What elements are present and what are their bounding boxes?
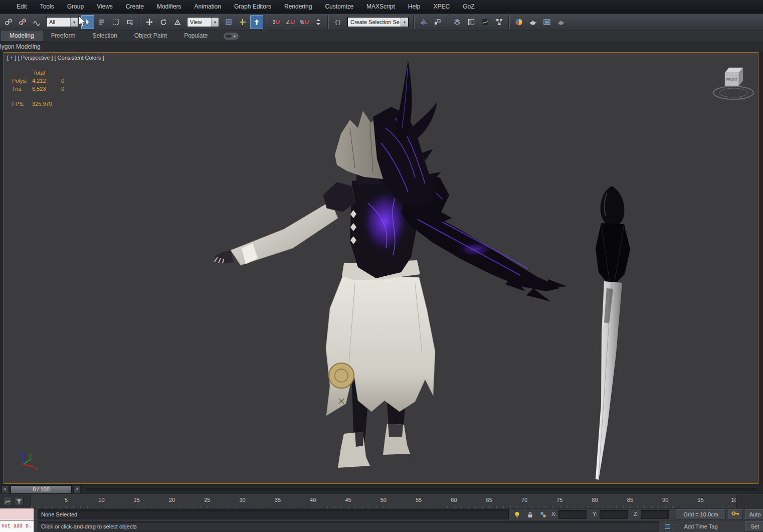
chevron-down-icon[interactable]: ▼ <box>211 18 219 27</box>
absolute-offset-mode-toggle[interactable] <box>538 510 547 519</box>
previous-frame-button[interactable]: < <box>2 485 9 493</box>
open-mini-curve-editor-icon[interactable] <box>3 497 12 506</box>
spinner-snap-toggle[interactable] <box>312 15 325 29</box>
menu-item[interactable]: Rendering <box>278 0 318 13</box>
select-by-name-button[interactable] <box>95 15 108 29</box>
tab-freeform[interactable]: Freeform <box>43 31 84 41</box>
select-and-link-icon[interactable] <box>2 15 15 29</box>
menu-item[interactable]: Edit <box>10 0 34 13</box>
frame-tick-label[interactable]: 55 <box>401 494 436 508</box>
time-slider-handle[interactable]: 0 / 100 <box>11 485 72 493</box>
menu-item[interactable]: Customize <box>318 0 360 13</box>
panel-label[interactable]: lygon Modeling <box>0 43 41 50</box>
selection-lock-toggle[interactable] <box>525 510 534 519</box>
ribbon-config-icon[interactable]: ▼ <box>224 33 239 40</box>
angle-snap-toggle[interactable]: ∠ <box>284 15 297 29</box>
z-coordinate-field[interactable] <box>641 510 669 519</box>
frame-tick-label[interactable]: 95 <box>683 494 718 508</box>
menu-item[interactable]: Help <box>402 0 427 13</box>
menu-item[interactable]: XPEC <box>427 0 456 13</box>
unlink-selection-icon[interactable] <box>16 15 29 29</box>
select-and-move-button[interactable] <box>143 15 156 29</box>
x-coordinate-field[interactable] <box>558 510 587 519</box>
y-coordinate-field[interactable] <box>600 510 628 519</box>
set-keys-button[interactable] <box>728 509 743 519</box>
align-button[interactable] <box>431 15 444 29</box>
menu-item[interactable]: Create <box>119 0 150 13</box>
edit-named-selection-sets-button[interactable]: { } <box>331 15 344 29</box>
mirror-button[interactable] <box>417 15 430 29</box>
selection-filter-dropdown[interactable]: All ▼ <box>46 17 78 27</box>
add-time-tag-button[interactable]: Add Time Tag <box>676 521 726 531</box>
time-tag-icon[interactable] <box>663 522 672 531</box>
menu-item[interactable]: Graph Editors <box>228 0 278 13</box>
manage-layers-button[interactable] <box>451 15 464 29</box>
select-and-scale-button[interactable] <box>171 15 184 29</box>
next-frame-button[interactable]: > <box>73 485 81 493</box>
maxscript-mini-listener-white[interactable]: not add D. <box>0 520 34 532</box>
menu-item[interactable]: Group <box>61 0 90 13</box>
frame-ruler[interactable]: 5101520253035404550556065707580859095100 <box>31 494 736 508</box>
character-model[interactable] <box>215 61 566 468</box>
bind-to-spacewarp-icon[interactable] <box>30 15 43 29</box>
tab-object-paint[interactable]: Object Paint <box>126 31 175 41</box>
frame-tick-label[interactable]: 5 <box>49 494 84 508</box>
adaptive-degradation-icon[interactable] <box>512 510 521 519</box>
use-pivot-point-center-button[interactable] <box>222 15 235 29</box>
render-production-button[interactable] <box>554 15 567 29</box>
auto-key-button[interactable]: Auto <box>745 509 763 519</box>
render-setup-button[interactable] <box>526 15 539 29</box>
menu-item[interactable]: Tools <box>34 0 61 13</box>
menu-item[interactable]: Animation <box>188 0 228 13</box>
window-crossing-toggle[interactable] <box>123 15 136 29</box>
set-key-mode-button[interactable]: Set <box>745 521 763 531</box>
curve-editor-button[interactable] <box>479 15 492 29</box>
perspective-viewport[interactable]: [ + ] [ Perspective ] [ Consistent Color… <box>4 52 758 484</box>
schematic-view-button[interactable] <box>493 15 506 29</box>
selection-status-field[interactable]: None Selected <box>38 509 509 519</box>
rectangular-selection-region-button[interactable] <box>109 15 122 29</box>
frame-tick-label[interactable]: 75 <box>542 494 577 508</box>
named-selection-sets-dropdown[interactable]: Create Selection Se ▼ <box>347 17 409 27</box>
viewcube[interactable]: FRONT <box>713 68 753 99</box>
tab-selection[interactable]: Selection <box>84 31 125 41</box>
menu-item[interactable]: Views <box>90 0 119 13</box>
rendered-frame-window-button[interactable] <box>540 15 553 29</box>
select-and-rotate-button[interactable] <box>157 15 170 29</box>
trackbar-filter-icon[interactable] <box>15 497 24 506</box>
frame-tick-label[interactable]: 10 <box>84 494 119 508</box>
frame-tick-label[interactable]: 70 <box>507 494 542 508</box>
grid-setting-display[interactable]: Grid = 10.0cm <box>676 509 726 519</box>
menu-item[interactable]: Modifiers <box>150 0 188 13</box>
frame-tick-label[interactable]: 90 <box>648 494 683 508</box>
percent-snap-toggle[interactable]: % <box>298 15 311 29</box>
select-object-button[interactable] <box>81 15 94 29</box>
tab-modeling[interactable]: Modeling <box>1 31 43 41</box>
frame-tick-label[interactable]: 65 <box>472 494 507 508</box>
reference-coordinate-system-dropdown[interactable]: View ▼ <box>187 17 219 27</box>
snap-toggle-3d[interactable]: 3 <box>270 15 283 29</box>
frame-tick-label[interactable]: 20 <box>154 494 189 508</box>
frame-tick-label[interactable]: 80 <box>577 494 612 508</box>
sword-model[interactable] <box>596 186 630 480</box>
frame-tick-label[interactable]: 30 <box>225 494 260 508</box>
chevron-down-icon[interactable]: ▼ <box>70 18 78 27</box>
frame-tick-label[interactable]: 40 <box>295 494 330 508</box>
select-and-manipulate-button[interactable] <box>236 15 249 29</box>
viewcube-front-label[interactable]: FRONT <box>726 78 737 81</box>
keyboard-shortcut-override-toggle[interactable] <box>250 15 263 29</box>
frame-tick-label[interactable]: 45 <box>330 494 365 508</box>
chevron-down-icon[interactable]: ▼ <box>401 18 408 27</box>
frame-tick-label[interactable]: 60 <box>436 494 471 508</box>
tab-populate[interactable]: Populate <box>175 31 216 41</box>
frame-tick-label[interactable]: 85 <box>613 494 648 508</box>
menu-item[interactable]: GoZ <box>456 0 481 13</box>
frame-tick-label[interactable]: 15 <box>119 494 154 508</box>
frame-tick-label[interactable]: 25 <box>189 494 225 508</box>
time-slider-track[interactable] <box>86 488 758 490</box>
menu-item[interactable]: MAXScript <box>360 0 402 13</box>
frame-tick-label[interactable]: 50 <box>366 494 401 508</box>
frame-tick-label[interactable]: 35 <box>260 494 295 508</box>
viewport-label[interactable]: [ + ] [ Perspective ] [ Consistent Color… <box>7 55 104 61</box>
toggle-scene-explorer-button[interactable] <box>465 15 478 29</box>
